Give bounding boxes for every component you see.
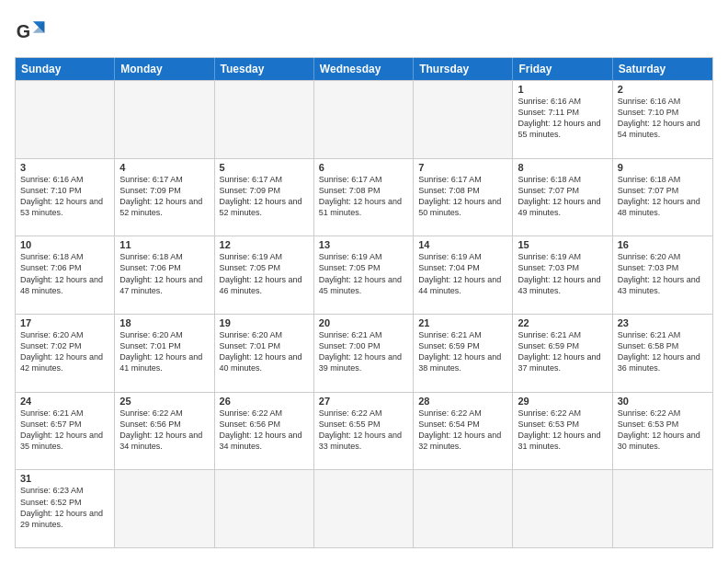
calendar-day-cell	[414, 81, 513, 158]
calendar-day-cell: 2Sunrise: 6:16 AM Sunset: 7:10 PM Daylig…	[613, 81, 712, 158]
calendar-day-cell: 11Sunrise: 6:18 AM Sunset: 7:06 PM Dayli…	[115, 236, 214, 314]
calendar-day-cell: 23Sunrise: 6:21 AM Sunset: 6:58 PM Dayli…	[613, 315, 712, 392]
day-info: Sunrise: 6:18 AM Sunset: 7:07 PM Dayligh…	[618, 174, 708, 219]
logo-icon: G	[15, 15, 48, 48]
weekday-header: Thursday	[414, 58, 513, 80]
day-number: 7	[418, 162, 507, 173]
calendar-day-cell: 16Sunrise: 6:20 AM Sunset: 7:03 PM Dayli…	[613, 236, 712, 314]
day-info: Sunrise: 6:17 AM Sunset: 7:08 PM Dayligh…	[418, 174, 507, 219]
calendar-day-cell: 26Sunrise: 6:22 AM Sunset: 6:56 PM Dayli…	[215, 393, 314, 470]
day-number: 26	[220, 396, 309, 407]
logo: G	[15, 15, 53, 48]
day-number: 17	[20, 317, 109, 328]
calendar-day-cell: 6Sunrise: 6:17 AM Sunset: 7:08 PM Daylig…	[314, 159, 414, 236]
day-info: Sunrise: 6:21 AM Sunset: 6:57 PM Dayligh…	[20, 408, 109, 453]
day-number: 21	[418, 317, 507, 328]
day-number: 16	[618, 239, 708, 250]
calendar-week-row: 1Sunrise: 6:16 AM Sunset: 7:11 PM Daylig…	[16, 80, 712, 158]
calendar-day-cell: 10Sunrise: 6:18 AM Sunset: 7:06 PM Dayli…	[16, 236, 115, 314]
calendar: SundayMondayTuesdayWednesdayThursdayFrid…	[15, 57, 713, 548]
day-number: 4	[119, 162, 209, 173]
day-number: 15	[518, 239, 607, 250]
day-info: Sunrise: 6:17 AM Sunset: 7:09 PM Dayligh…	[220, 174, 309, 219]
weekday-header: Sunday	[16, 58, 115, 80]
day-number: 31	[20, 473, 109, 484]
day-info: Sunrise: 6:20 AM Sunset: 7:02 PM Dayligh…	[20, 329, 109, 374]
day-info: Sunrise: 6:16 AM Sunset: 7:10 PM Dayligh…	[618, 96, 708, 141]
calendar-day-cell: 13Sunrise: 6:19 AM Sunset: 7:05 PM Dayli…	[314, 236, 414, 314]
calendar-day-cell: 14Sunrise: 6:19 AM Sunset: 7:04 PM Dayli…	[414, 236, 513, 314]
header: G	[15, 15, 713, 48]
day-info: Sunrise: 6:19 AM Sunset: 7:03 PM Dayligh…	[518, 251, 607, 296]
calendar-day-cell: 31Sunrise: 6:23 AM Sunset: 6:52 PM Dayli…	[16, 470, 115, 547]
day-info: Sunrise: 6:22 AM Sunset: 6:54 PM Dayligh…	[418, 408, 507, 453]
calendar-day-cell: 29Sunrise: 6:22 AM Sunset: 6:53 PM Dayli…	[513, 393, 612, 470]
day-info: Sunrise: 6:23 AM Sunset: 6:52 PM Dayligh…	[20, 485, 109, 530]
day-info: Sunrise: 6:18 AM Sunset: 7:06 PM Dayligh…	[20, 251, 109, 296]
calendar-day-cell: 18Sunrise: 6:20 AM Sunset: 7:01 PM Dayli…	[115, 315, 214, 392]
calendar-week-row: 31Sunrise: 6:23 AM Sunset: 6:52 PM Dayli…	[16, 469, 712, 547]
weekday-header: Tuesday	[215, 58, 314, 80]
day-number: 19	[220, 317, 309, 328]
day-number: 11	[119, 239, 209, 250]
day-number: 3	[20, 162, 109, 173]
day-info: Sunrise: 6:21 AM Sunset: 7:00 PM Dayligh…	[319, 329, 408, 374]
calendar-day-cell: 15Sunrise: 6:19 AM Sunset: 7:03 PM Dayli…	[513, 236, 612, 314]
calendar-day-cell: 17Sunrise: 6:20 AM Sunset: 7:02 PM Dayli…	[16, 315, 115, 392]
day-number: 13	[319, 239, 408, 250]
day-number: 27	[319, 396, 408, 407]
weekday-header: Saturday	[613, 58, 712, 80]
weekday-header: Friday	[513, 58, 612, 80]
calendar-day-cell: 22Sunrise: 6:21 AM Sunset: 6:59 PM Dayli…	[513, 315, 612, 392]
day-info: Sunrise: 6:18 AM Sunset: 7:06 PM Dayligh…	[119, 251, 209, 296]
day-number: 1	[518, 84, 607, 95]
day-info: Sunrise: 6:17 AM Sunset: 7:08 PM Dayligh…	[319, 174, 408, 219]
day-number: 28	[418, 396, 507, 407]
day-info: Sunrise: 6:22 AM Sunset: 6:56 PM Dayligh…	[220, 408, 309, 453]
calendar-day-cell	[414, 470, 513, 547]
calendar-day-cell: 30Sunrise: 6:22 AM Sunset: 6:53 PM Dayli…	[613, 393, 712, 470]
day-info: Sunrise: 6:18 AM Sunset: 7:07 PM Dayligh…	[518, 174, 607, 219]
day-number: 6	[319, 162, 408, 173]
calendar-day-cell: 25Sunrise: 6:22 AM Sunset: 6:56 PM Dayli…	[115, 393, 214, 470]
day-number: 24	[20, 396, 109, 407]
day-info: Sunrise: 6:16 AM Sunset: 7:10 PM Dayligh…	[20, 174, 109, 219]
day-number: 5	[220, 162, 309, 173]
day-info: Sunrise: 6:22 AM Sunset: 6:56 PM Dayligh…	[119, 408, 209, 453]
day-number: 9	[618, 162, 708, 173]
day-number: 23	[618, 317, 708, 328]
calendar-day-cell	[314, 470, 414, 547]
calendar-day-cell: 3Sunrise: 6:16 AM Sunset: 7:10 PM Daylig…	[16, 159, 115, 236]
day-number: 18	[119, 317, 209, 328]
calendar-week-row: 17Sunrise: 6:20 AM Sunset: 7:02 PM Dayli…	[16, 314, 712, 392]
calendar-day-cell: 12Sunrise: 6:19 AM Sunset: 7:05 PM Dayli…	[215, 236, 314, 314]
day-number: 10	[20, 239, 109, 250]
calendar-day-cell	[613, 470, 712, 547]
day-info: Sunrise: 6:21 AM Sunset: 6:59 PM Dayligh…	[418, 329, 507, 374]
weekday-header: Wednesday	[314, 58, 414, 80]
day-info: Sunrise: 6:17 AM Sunset: 7:09 PM Dayligh…	[119, 174, 209, 219]
day-info: Sunrise: 6:19 AM Sunset: 7:04 PM Dayligh…	[418, 251, 507, 296]
calendar-day-cell	[215, 470, 314, 547]
calendar-day-cell	[314, 81, 414, 158]
calendar-day-cell: 4Sunrise: 6:17 AM Sunset: 7:09 PM Daylig…	[115, 159, 214, 236]
day-info: Sunrise: 6:19 AM Sunset: 7:05 PM Dayligh…	[220, 251, 309, 296]
day-number: 20	[319, 317, 408, 328]
day-info: Sunrise: 6:21 AM Sunset: 6:58 PM Dayligh…	[618, 329, 708, 374]
calendar-week-row: 10Sunrise: 6:18 AM Sunset: 7:06 PM Dayli…	[16, 236, 712, 314]
day-info: Sunrise: 6:22 AM Sunset: 6:53 PM Dayligh…	[518, 408, 607, 453]
calendar-day-cell: 1Sunrise: 6:16 AM Sunset: 7:11 PM Daylig…	[513, 81, 612, 158]
calendar-day-cell	[513, 470, 612, 547]
day-info: Sunrise: 6:21 AM Sunset: 6:59 PM Dayligh…	[518, 329, 607, 374]
calendar-header: SundayMondayTuesdayWednesdayThursdayFrid…	[16, 58, 712, 80]
calendar-day-cell: 20Sunrise: 6:21 AM Sunset: 7:00 PM Dayli…	[314, 315, 414, 392]
calendar-day-cell	[115, 81, 214, 158]
day-number: 12	[220, 239, 309, 250]
day-info: Sunrise: 6:16 AM Sunset: 7:11 PM Dayligh…	[518, 96, 607, 141]
day-number: 8	[518, 162, 607, 173]
day-info: Sunrise: 6:22 AM Sunset: 6:53 PM Dayligh…	[618, 408, 708, 453]
day-number: 30	[618, 396, 708, 407]
calendar-day-cell: 27Sunrise: 6:22 AM Sunset: 6:55 PM Dayli…	[314, 393, 414, 470]
day-number: 25	[119, 396, 209, 407]
calendar-day-cell	[115, 470, 214, 547]
